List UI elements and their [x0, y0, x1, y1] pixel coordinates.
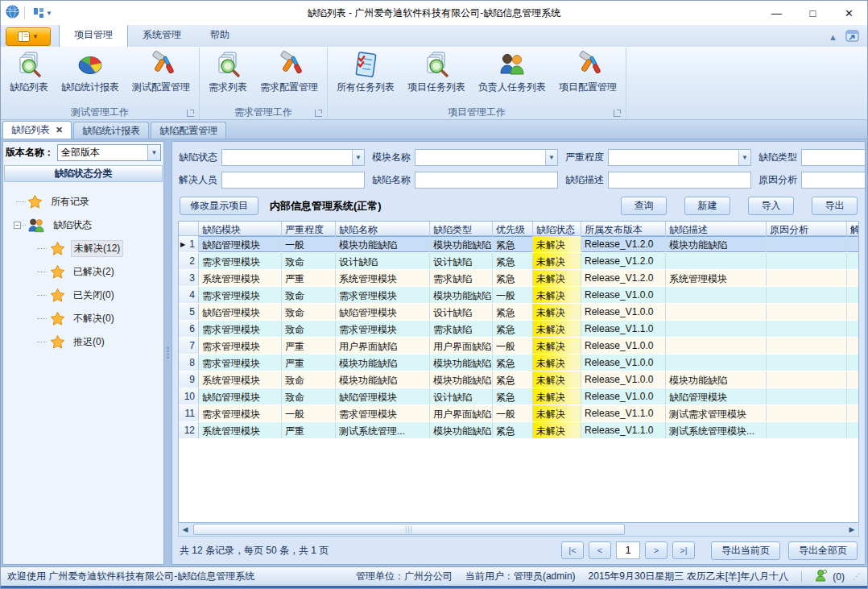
filter-input[interactable] — [609, 172, 750, 188]
grid-cell[interactable]: 紧急 — [493, 371, 533, 388]
grid-cell[interactable]: Release_V1.0.0 — [581, 388, 666, 404]
grid-cell[interactable]: 紧急 — [493, 321, 533, 337]
grid-cell[interactable] — [847, 304, 859, 320]
grid-row-4[interactable]: 4需求管理模块致命需求管理模块模块功能缺陷一般未解决Release_V1.0.0 — [179, 287, 858, 304]
grid-cell[interactable]: 系统管理模块 — [199, 270, 282, 286]
filter-textbox[interactable] — [801, 172, 866, 189]
grid-cell[interactable]: 未解决 — [533, 371, 581, 388]
row-header[interactable]: 5 — [179, 304, 199, 320]
grid-cell[interactable] — [847, 405, 859, 421]
ribbon-button-需求配置管理[interactable]: 需求配置管理 — [254, 48, 324, 97]
collapse-ribbon-icon[interactable]: ▲ — [829, 32, 837, 42]
grid-cell[interactable]: 一般 — [493, 287, 533, 303]
maximize-button[interactable]: □ — [795, 1, 831, 25]
export-all-pages-button[interactable]: 导出全部页 — [788, 541, 858, 560]
grid-cell[interactable]: 致命 — [282, 388, 336, 404]
row-header[interactable]: 4 — [179, 287, 199, 303]
grid-cell[interactable] — [767, 304, 847, 320]
grid-cell[interactable]: 用户界面缺陷 — [430, 405, 493, 421]
grid-cell[interactable]: 系统管理模块 — [199, 422, 282, 438]
grid-cell[interactable] — [767, 422, 847, 438]
grid-cell[interactable]: 模块功能缺陷 — [336, 355, 430, 371]
splitter-handle[interactable]: •••• — [164, 141, 172, 565]
grid-cell[interactable]: Release_V1.0.0 — [581, 304, 666, 320]
export-button[interactable]: 导出 — [812, 197, 858, 215]
query-button[interactable]: 查询 — [621, 197, 667, 215]
grid-cell[interactable]: 紧急 — [493, 355, 533, 371]
grid-cell[interactable]: 紧急 — [493, 304, 533, 320]
row-header[interactable]: 10 — [179, 388, 199, 404]
grid-cell[interactable]: 系统管理模块 — [336, 270, 430, 286]
tree-expander-icon[interactable]: − — [14, 222, 21, 229]
tree-item-推迟(0)[interactable]: 推迟(0) — [3, 330, 163, 354]
ribbon-button-项目任务列表[interactable]: 项目任务列表 — [401, 48, 472, 97]
prev-page-button[interactable]: < — [589, 541, 611, 559]
column-header-缺陷状态[interactable]: 缺陷状态 — [533, 222, 581, 235]
grid-cell[interactable]: 紧急 — [493, 253, 533, 269]
import-button[interactable]: 导入 — [748, 197, 794, 215]
ribbon-button-负责人任务列表[interactable]: 负责人任务列表 — [472, 48, 552, 97]
grid-cell[interactable] — [767, 388, 847, 404]
column-header-缺陷描述[interactable]: 缺陷描述 — [666, 222, 767, 235]
ribbon-tab-project[interactable]: 项目管理 — [59, 23, 128, 48]
filter-dropdown[interactable]: ▼ — [608, 149, 751, 166]
grid-row-2[interactable]: 2需求管理模块致命设计缺陷设计缺陷紧急未解决Release_V1.2.0 — [179, 253, 858, 270]
grid-cell[interactable]: 致命 — [282, 253, 336, 269]
grid-cell[interactable]: 需求管理模块 — [199, 287, 282, 303]
grid-cell[interactable] — [847, 270, 859, 286]
grid-cell[interactable]: 未解决 — [533, 304, 581, 320]
filter-input[interactable] — [415, 150, 545, 165]
grid-cell[interactable]: 模块功能缺陷 — [430, 422, 493, 438]
grid-cell[interactable]: Release_V1.2.0 — [581, 253, 666, 269]
dropdown-arrow-icon[interactable]: ▼ — [352, 150, 364, 165]
grid-cell[interactable] — [847, 422, 859, 438]
ribbon-tab-help[interactable]: 帮助 — [196, 24, 244, 47]
filter-dropdown[interactable]: ▼ — [415, 149, 558, 166]
filter-textbox[interactable] — [221, 172, 365, 189]
grid-cell[interactable]: 未解决 — [533, 338, 581, 354]
grid-cell[interactable]: 测试需求管理模块 — [666, 405, 767, 421]
column-header-解决方法[interactable]: 解决方法 — [847, 222, 859, 235]
tree-item-未解决(12)[interactable]: 未解决(12) — [3, 237, 163, 260]
row-header[interactable]: 12 — [179, 422, 199, 438]
grid-cell[interactable] — [767, 355, 847, 371]
grid-cell[interactable]: 系统管理模块 — [666, 270, 767, 286]
grid-cell[interactable]: Release_V1.2.0 — [581, 236, 666, 252]
dialog-launcher-icon[interactable] — [315, 110, 322, 117]
row-header[interactable]: ▶1 — [179, 236, 199, 252]
tab-close-icon[interactable]: ✕ — [56, 125, 63, 135]
grid-cell[interactable]: 设计缺陷 — [430, 388, 493, 404]
scroll-right-icon[interactable]: ▶ — [845, 523, 858, 536]
grid-cell[interactable]: 紧急 — [493, 388, 533, 404]
grid-cell[interactable]: 模块功能缺陷 — [430, 355, 493, 371]
filter-input[interactable] — [222, 150, 352, 165]
grid-row-8[interactable]: 8需求管理模块严重模块功能缺陷模块功能缺陷紧急未解决Release_V1.0.0 — [179, 355, 858, 371]
grid-cell[interactable]: 一般 — [493, 338, 533, 354]
grid-cell[interactable]: 模块功能缺陷 — [430, 287, 493, 303]
grid-cell[interactable] — [847, 236, 859, 252]
grid-cell[interactable]: 缺陷管理模块 — [336, 304, 430, 320]
column-header-缺陷模块[interactable]: 缺陷模块 — [199, 222, 282, 235]
grid-cell[interactable]: Release_V1.1.0 — [581, 321, 666, 337]
filter-textbox[interactable] — [415, 172, 558, 189]
grid-cell[interactable] — [847, 321, 859, 337]
grid-cell[interactable]: Release_V1.1.0 — [581, 405, 666, 421]
new-button[interactable]: 新建 — [684, 197, 730, 215]
ribbon-button-所有任务列表[interactable]: 所有任务列表 — [330, 48, 401, 97]
grid-cell[interactable]: 未解决 — [533, 270, 581, 286]
document-tab-缺陷配置管理[interactable]: 缺陷配置管理 — [151, 122, 226, 139]
dialog-launcher-icon[interactable] — [614, 110, 621, 117]
grid-cell[interactable]: 设计缺陷 — [430, 304, 493, 320]
grid-cell[interactable] — [847, 388, 859, 404]
grid-cell[interactable]: 需求管理模块 — [199, 321, 282, 337]
scroll-left-icon[interactable]: ◀ — [179, 523, 192, 536]
grid-cell[interactable]: 需求管理模块 — [199, 338, 282, 354]
grid-cell[interactable]: 未解决 — [533, 388, 581, 404]
ribbon-button-测试配置管理[interactable]: 测试配置管理 — [126, 48, 196, 97]
grid-cell[interactable] — [847, 287, 859, 303]
grid-cell[interactable]: 未解决 — [533, 287, 581, 303]
grid-row-9[interactable]: 9系统管理模块致命模块功能缺陷模块功能缺陷紧急未解决Release_V1.0.0… — [179, 371, 858, 388]
row-header[interactable]: 8 — [179, 355, 199, 371]
filter-input[interactable] — [222, 172, 364, 188]
dropdown-arrow-icon[interactable]: ▼ — [738, 150, 750, 165]
